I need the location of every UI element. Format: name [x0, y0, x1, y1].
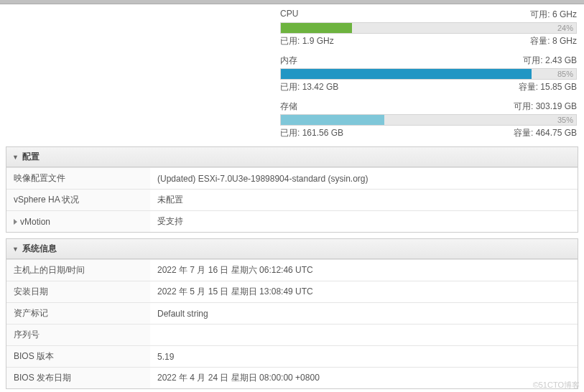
cpu-label: CPU [280, 9, 298, 21]
cpu-percent: 24% [557, 23, 573, 33]
sysinfo-bios-date-key: BIOS 发布日期 [6, 368, 150, 389]
sysinfo-install-key: 安装日期 [6, 281, 150, 303]
table-row: 安装日期 2022 年 5 月 15 日 星期日 13:08:49 UTC [6, 281, 578, 303]
config-vmotion-val: 受支持 [150, 211, 578, 233]
storage-percent: 35% [557, 115, 573, 125]
table-row: 资产标记 Default string [6, 303, 578, 325]
memory-used: 已用: 13.42 GB [280, 81, 338, 93]
storage-meter: 存储 可用: 303.19 GB 35% 已用: 161.56 GB 容量: 4… [280, 101, 577, 139]
sysinfo-bios-ver-key: BIOS 版本 [6, 346, 150, 368]
config-vmotion-key[interactable]: vMotion [6, 211, 150, 233]
sysinfo-asset-val: Default string [150, 303, 578, 325]
sysinfo-bios-date-val: 2022 年 4 月 24 日 星期日 08:00:00 +0800 [150, 368, 578, 389]
chevron-down-icon: ▼ [12, 154, 19, 161]
cpu-bar-fill [281, 23, 352, 33]
sysinfo-panel-title: 系统信息 [22, 243, 57, 255]
resource-meters: CPU 可用: 6 GHz 24% 已用: 1.9 GHz 容量: 8 GHz … [280, 4, 577, 139]
cpu-capacity: 容量: 8 GHz [530, 35, 577, 47]
config-table: 映像配置文件 (Updated) ESXi-7.0U3e-19898904-st… [6, 167, 578, 232]
storage-capacity: 容量: 464.75 GB [514, 127, 577, 139]
sysinfo-table: 主机上的日期/时间 2022 年 7 月 16 日 星期六 06:12:46 U… [6, 259, 578, 388]
config-panel-header[interactable]: ▼ 配置 [6, 147, 578, 167]
sysinfo-panel: ▼ 系统信息 主机上的日期/时间 2022 年 7 月 16 日 星期六 06:… [6, 238, 578, 389]
table-row: 映像配置文件 (Updated) ESXi-7.0U3e-19898904-st… [6, 168, 578, 190]
memory-meter: 内存 可用: 2.43 GB 85% 已用: 13.42 GB 容量: 15.8… [280, 55, 577, 93]
config-panel-title: 配置 [22, 151, 40, 163]
sysinfo-asset-key: 资产标记 [6, 303, 150, 325]
storage-bar: 35% [280, 114, 577, 126]
cpu-meter: CPU 可用: 6 GHz 24% 已用: 1.9 GHz 容量: 8 GHz [280, 9, 577, 47]
memory-capacity: 容量: 15.85 GB [519, 81, 577, 93]
storage-bar-fill [281, 115, 384, 125]
table-row: BIOS 发布日期 2022 年 4 月 24 日 星期日 08:00:00 +… [6, 368, 578, 389]
cpu-bar: 24% [280, 22, 577, 34]
config-ha-val: 未配置 [150, 190, 578, 211]
storage-free: 可用: 303.19 GB [514, 101, 577, 113]
sysinfo-install-val: 2022 年 5 月 15 日 星期日 13:08:49 UTC [150, 281, 578, 303]
watermark: ©51CTO博客 [533, 380, 580, 391]
config-ha-key: vSphere HA 状况 [6, 190, 150, 211]
memory-free: 可用: 2.43 GB [523, 55, 577, 67]
memory-percent: 85% [557, 69, 573, 79]
table-row: BIOS 版本 5.19 [6, 346, 578, 368]
memory-label: 内存 [280, 55, 297, 67]
table-row: 主机上的日期/时间 2022 年 7 月 16 日 星期六 06:12:46 U… [6, 260, 578, 281]
sysinfo-host-dt-key: 主机上的日期/时间 [6, 260, 150, 281]
config-image-profile-val: (Updated) ESXi-7.0U3e-19898904-standard … [150, 168, 578, 190]
chevron-down-icon: ▼ [12, 246, 19, 253]
sysinfo-serial-val [150, 325, 578, 346]
storage-label: 存储 [280, 101, 297, 113]
memory-bar: 85% [280, 68, 577, 80]
table-row: vMotion 受支持 [6, 211, 578, 233]
config-image-profile-key: 映像配置文件 [6, 168, 150, 190]
sysinfo-host-dt-val: 2022 年 7 月 16 日 星期六 06:12:46 UTC [150, 260, 578, 281]
cpu-free: 可用: 6 GHz [530, 9, 577, 21]
storage-used: 已用: 161.56 GB [280, 127, 343, 139]
table-row: 序列号 [6, 325, 578, 346]
chevron-right-icon [14, 219, 17, 225]
cpu-used: 已用: 1.9 GHz [280, 35, 334, 47]
sysinfo-serial-key: 序列号 [6, 325, 150, 346]
config-panel: ▼ 配置 映像配置文件 (Updated) ESXi-7.0U3e-198989… [6, 146, 578, 233]
sysinfo-bios-ver-val: 5.19 [150, 346, 578, 368]
memory-bar-fill [281, 69, 532, 79]
table-row: vSphere HA 状况 未配置 [6, 190, 578, 211]
sysinfo-panel-header[interactable]: ▼ 系统信息 [6, 239, 578, 259]
